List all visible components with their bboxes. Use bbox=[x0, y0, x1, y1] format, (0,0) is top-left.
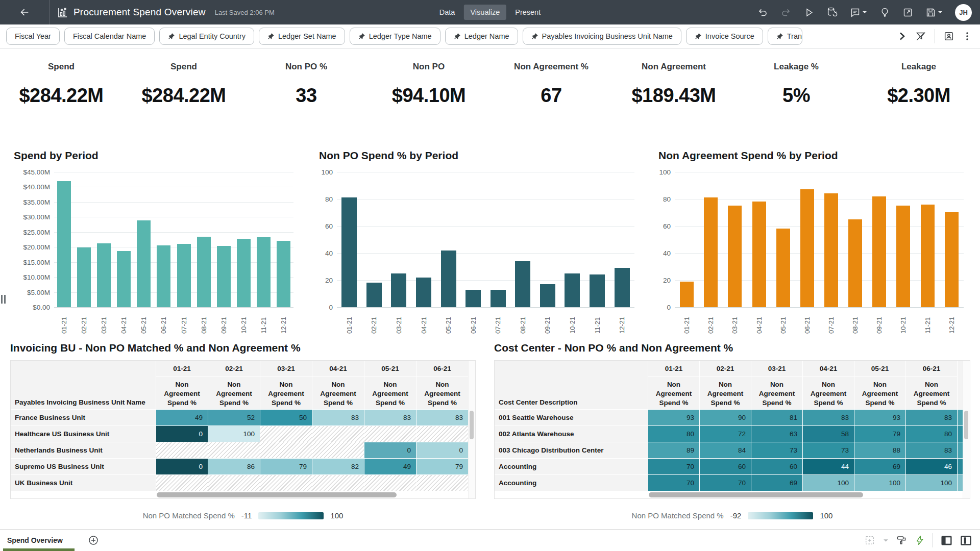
bar-01-21[interactable] bbox=[341, 197, 357, 307]
cell-02-21[interactable]: 72 bbox=[700, 426, 751, 442]
cell-02-21[interactable]: 52 bbox=[208, 410, 260, 425]
cell-01-21[interactable]: 49 bbox=[156, 410, 208, 425]
cell-06-21[interactable]: 83 bbox=[906, 410, 957, 425]
bar-07-21[interactable] bbox=[824, 193, 838, 307]
filter-chip-legal-entity-country[interactable]: Legal Entity Country bbox=[159, 28, 254, 45]
bar-09-21[interactable] bbox=[217, 246, 231, 307]
cell-clipped[interactable] bbox=[958, 426, 963, 442]
bar-03-21[interactable] bbox=[391, 273, 406, 307]
cell-clipped[interactable] bbox=[958, 410, 963, 425]
kpi-tile-non-po[interactable]: Non PO$94.10M bbox=[368, 62, 490, 129]
table-vertical-scrollbar[interactable] bbox=[468, 361, 475, 498]
bar-04-21[interactable] bbox=[117, 251, 131, 307]
cell-04-21[interactable]: 83 bbox=[803, 410, 854, 425]
bar-01-21[interactable] bbox=[57, 181, 71, 307]
cell-04-21[interactable]: 83 bbox=[312, 410, 364, 425]
panel-right-toggle-button[interactable] bbox=[960, 535, 972, 546]
bar-10-21[interactable] bbox=[565, 273, 580, 307]
bar-10-21[interactable] bbox=[237, 239, 251, 307]
cell-04-21[interactable] bbox=[312, 426, 364, 442]
bar-01-21[interactable] bbox=[680, 282, 694, 307]
cell-03-21[interactable]: 69 bbox=[751, 475, 802, 491]
cell-02-21[interactable]: 84 bbox=[700, 442, 751, 458]
bar-08-21[interactable] bbox=[848, 219, 862, 307]
kpi-tile-non-agreement[interactable]: Non Agreement$189.43M bbox=[612, 62, 735, 129]
bar-02-21[interactable] bbox=[704, 197, 718, 307]
save-button[interactable] bbox=[925, 7, 943, 18]
cell-03-21[interactable]: 60 bbox=[751, 459, 802, 474]
menu-button[interactable] bbox=[963, 31, 972, 41]
bar-12-21[interactable] bbox=[945, 212, 959, 307]
cell-03-21[interactable] bbox=[260, 442, 312, 458]
cell-03-21[interactable]: 50 bbox=[260, 410, 312, 425]
cell-04-21[interactable]: 44 bbox=[803, 459, 854, 474]
tab-present[interactable]: Present bbox=[508, 5, 547, 20]
bar-04-21[interactable] bbox=[416, 278, 431, 307]
cell-01-21[interactable]: 89 bbox=[648, 442, 699, 458]
avatar[interactable]: JH bbox=[955, 4, 972, 21]
cell-clipped[interactable] bbox=[958, 459, 963, 474]
redo-button[interactable] bbox=[780, 7, 791, 18]
bar-08-21[interactable] bbox=[515, 261, 530, 307]
kpi-tile-non-po[interactable]: Non PO %33 bbox=[245, 62, 368, 129]
cell-03-21[interactable] bbox=[260, 475, 312, 491]
cell-clipped[interactable] bbox=[958, 442, 963, 458]
cell-01-21[interactable]: 93 bbox=[648, 410, 699, 425]
cell-05-21[interactable]: 49 bbox=[364, 459, 416, 474]
bar-12-21[interactable] bbox=[277, 241, 290, 307]
kpi-tile-non-agreement[interactable]: Non Agreement %67 bbox=[490, 62, 612, 129]
cell-04-21[interactable] bbox=[312, 442, 364, 458]
cell-05-21[interactable]: 69 bbox=[854, 459, 905, 474]
filter-bar-toggle-button[interactable] bbox=[915, 31, 926, 42]
scrollbar-thumb[interactable] bbox=[157, 492, 397, 497]
cell-05-21[interactable] bbox=[364, 426, 416, 442]
cell-01-21[interactable]: 0 bbox=[156, 459, 208, 474]
bar-09-21[interactable] bbox=[540, 284, 555, 307]
cell-01-21[interactable]: 80 bbox=[648, 426, 699, 442]
filter-chip-payables-invoicing-business-unit-name[interactable]: Payables Invoicing Business Unit Name bbox=[523, 28, 681, 45]
cell-05-21[interactable]: 79 bbox=[854, 426, 905, 442]
scrollbar-thumb[interactable] bbox=[470, 411, 474, 439]
kpi-tile-spend[interactable]: Spend$284.22M bbox=[122, 62, 245, 129]
cell-04-21[interactable]: 82 bbox=[312, 459, 364, 474]
filter-chip-fiscal-calendar-name[interactable]: Fiscal Calendar Name bbox=[64, 28, 155, 45]
cell-05-21[interactable]: 0 bbox=[364, 442, 416, 458]
cell-03-21[interactable]: 81 bbox=[751, 410, 802, 425]
cell-06-21[interactable]: 0 bbox=[416, 442, 468, 458]
cell-01-21[interactable]: 0 bbox=[156, 426, 208, 442]
cell-03-21[interactable] bbox=[260, 426, 312, 442]
undo-button[interactable] bbox=[757, 7, 768, 18]
auto-insights-button[interactable] bbox=[915, 535, 925, 545]
insights-button[interactable] bbox=[879, 7, 890, 18]
canvas-tab-spend-overview[interactable]: Spend Overview bbox=[0, 530, 75, 551]
cell-04-21[interactable] bbox=[312, 475, 364, 491]
bar-11-21[interactable] bbox=[257, 237, 271, 307]
cell-03-21[interactable]: 79 bbox=[260, 459, 312, 474]
run-button[interactable] bbox=[803, 7, 814, 18]
table-horizontal-scrollbar[interactable] bbox=[495, 492, 963, 498]
cell-06-21[interactable]: 46 bbox=[906, 459, 957, 474]
kpi-tile-spend[interactable]: Spend$284.22M bbox=[0, 62, 122, 129]
cell-04-21[interactable]: 100 bbox=[803, 475, 854, 491]
cell-05-21[interactable]: 83 bbox=[364, 410, 416, 425]
kpi-tile-leakage[interactable]: Leakage$2.30M bbox=[857, 62, 980, 129]
cell-06-21[interactable]: 83 bbox=[416, 410, 468, 425]
scrollbar-thumb[interactable] bbox=[649, 492, 863, 497]
bar-06-21[interactable] bbox=[800, 189, 814, 307]
cell-02-21[interactable] bbox=[208, 442, 260, 458]
bar-12-21[interactable] bbox=[615, 268, 630, 307]
cell-03-21[interactable]: 63 bbox=[751, 426, 802, 442]
cell-06-21[interactable]: 79 bbox=[416, 459, 468, 474]
bar-02-21[interactable] bbox=[77, 247, 91, 307]
bar-06-21[interactable] bbox=[465, 290, 481, 307]
bar-05-21[interactable] bbox=[776, 229, 790, 307]
bar-05-21[interactable] bbox=[441, 251, 456, 307]
bar-07-21[interactable] bbox=[177, 244, 191, 307]
back-button[interactable] bbox=[0, 0, 50, 24]
scrollbar-thumb[interactable] bbox=[964, 411, 968, 439]
canvas-style-button[interactable] bbox=[896, 535, 907, 546]
canvas-resize-handle[interactable] bbox=[1, 295, 6, 304]
table-vertical-scrollbar[interactable] bbox=[963, 361, 970, 498]
cell-05-21[interactable]: 100 bbox=[854, 475, 905, 491]
add-canvas-button[interactable] bbox=[88, 535, 99, 545]
